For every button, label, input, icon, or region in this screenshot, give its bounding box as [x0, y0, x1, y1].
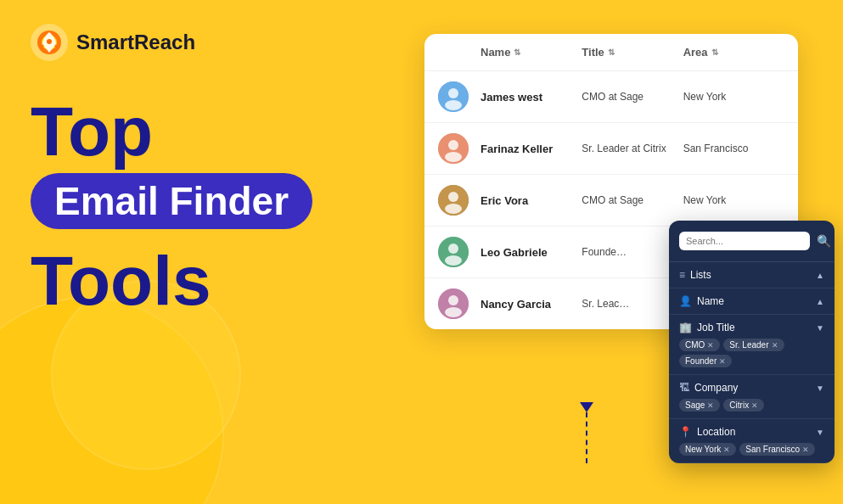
tag-citrix[interactable]: Citrix ✕ [723, 399, 764, 412]
row-area: New York [683, 91, 784, 103]
left-panel: SmartReach Top Email Finder Tools [0, 0, 407, 504]
row-title: CMO at Sage [582, 194, 683, 206]
hero-line3: Tools [31, 246, 377, 316]
brand: SmartReach [31, 24, 377, 61]
brand-logo [31, 24, 68, 61]
company-icon: 🏗 [679, 382, 689, 394]
filter-section-header-company[interactable]: 🏗 Company ▼ [679, 382, 824, 394]
tag-sr-leader[interactable]: Sr. Leader ✕ [723, 339, 784, 351]
row-name: James west [481, 91, 582, 104]
filter-section-name[interactable]: 👤 Name ▲ [669, 288, 835, 315]
row-area: New York [683, 194, 784, 206]
row-title: Founde… [582, 246, 683, 258]
filter-arrow-job-title: ▼ [816, 323, 824, 333]
sort-icon-name: ⇅ [514, 48, 520, 57]
filter-tags-job-title: CMO ✕ Sr. Leader ✕ Founder ✕ [679, 339, 824, 367]
filter-tags-location: New York ✕ San Francisco ✕ [679, 443, 824, 456]
col-header-avatar [438, 46, 481, 59]
avatar [438, 288, 469, 319]
svg-point-12 [445, 204, 462, 214]
avatar [438, 133, 469, 164]
table-row[interactable]: James west CMO at Sage New York [424, 71, 798, 123]
filter-section-header-job-title[interactable]: 🏢 Job Title ▼ [679, 322, 824, 333]
filter-section-job-title[interactable]: 🏢 Job Title ▼ CMO ✕ Sr. Leader ✕ Founder… [669, 315, 835, 375]
svg-point-17 [448, 295, 458, 305]
sort-icon-area: ⇅ [711, 48, 718, 57]
building-icon: 🏢 [679, 322, 692, 333]
filter-arrow-lists: ▲ [816, 271, 824, 280]
filter-section-title-job-title: 🏢 Job Title [679, 322, 735, 333]
tag-remove-citrix[interactable]: ✕ [751, 401, 758, 410]
tag-remove-new-york[interactable]: ✕ [723, 445, 730, 454]
filter-section-location[interactable]: 📍 Location ▼ New York ✕ San Francisco ✕ [669, 419, 835, 463]
hero-line1: Top [31, 97, 377, 166]
location-icon: 📍 [679, 426, 692, 438]
tag-new-york[interactable]: New York ✕ [679, 443, 736, 456]
col-header-title: Title ⇅ [582, 46, 683, 59]
filter-section-title-company: 🏗 Company [679, 382, 738, 394]
table-row[interactable]: Eric Vora CMO at Sage New York [424, 175, 798, 227]
avatar [438, 185, 469, 216]
row-name: Eric Vora [481, 194, 582, 207]
avatar [438, 81, 469, 112]
filter-section-header-lists[interactable]: ≡ Lists ▲ [679, 269, 824, 281]
filter-section-header-location[interactable]: 📍 Location ▼ [679, 426, 824, 438]
svg-point-3 [47, 39, 52, 44]
hero-line2: Email Finder [54, 179, 289, 223]
col-header-area: Area ⇅ [683, 46, 784, 59]
row-title: CMO at Sage [582, 91, 683, 103]
filter-tags-company: Sage ✕ Citrix ✕ [679, 399, 824, 412]
svg-point-5 [448, 88, 458, 98]
tag-remove-cmo[interactable]: ✕ [707, 341, 714, 350]
filter-arrow-name: ▲ [816, 297, 824, 306]
col-header-name: Name ⇅ [481, 46, 582, 59]
person-icon: 👤 [679, 295, 692, 307]
row-name: Nancy Garcia [481, 298, 582, 311]
table-header: Name ⇅ Title ⇅ Area ⇅ [424, 34, 798, 71]
lists-icon: ≡ [679, 269, 685, 281]
row-name: Farinaz Keller [481, 143, 582, 155]
dashed-arrow [577, 404, 593, 463]
row-title: Sr. Leac… [582, 298, 683, 310]
search-input[interactable] [679, 232, 810, 250]
filter-section-title-name: 👤 Name [679, 295, 724, 307]
filter-section-title-lists: ≡ Lists [679, 269, 711, 281]
table-row[interactable]: Farinaz Keller Sr. Leader at Citrix San … [424, 123, 798, 175]
svg-point-15 [445, 255, 462, 266]
filter-section-company[interactable]: 🏗 Company ▼ Sage ✕ Citrix ✕ [669, 375, 835, 419]
row-area: San Francisco [683, 143, 784, 154]
filter-panel: 🔍 ▦ ≡ Lists ▲ 👤 Name ▲ [669, 221, 835, 463]
dashed-line [586, 412, 593, 463]
tag-cmo[interactable]: CMO ✕ [679, 339, 720, 351]
tag-sage[interactable]: Sage ✕ [679, 399, 720, 412]
filter-section-header-name[interactable]: 👤 Name ▲ [679, 295, 824, 307]
hero-badge: Email Finder [31, 173, 312, 229]
row-title: Sr. Leader at Citrix [582, 143, 683, 154]
search-row: 🔍 ▦ [669, 221, 835, 262]
svg-point-18 [445, 307, 462, 317]
row-name: Leo Gabriele [481, 246, 582, 259]
svg-point-9 [445, 152, 462, 162]
tag-remove-sr-leader[interactable]: ✕ [772, 341, 778, 350]
brand-name: SmartReach [76, 31, 195, 54]
tag-remove-founder[interactable]: ✕ [719, 357, 726, 366]
tag-remove-san-francisco[interactable]: ✕ [802, 445, 809, 454]
svg-point-14 [448, 244, 458, 254]
right-panel: Name ⇅ Title ⇅ Area ⇅ James west CMO at … [407, 0, 843, 504]
filter-arrow-location: ▼ [816, 428, 824, 437]
filter-arrow-company: ▼ [816, 384, 824, 393]
svg-point-8 [448, 140, 458, 150]
sort-icon-title: ⇅ [608, 48, 615, 57]
tag-san-francisco[interactable]: San Francisco ✕ [739, 443, 815, 456]
svg-point-11 [448, 192, 458, 202]
hero-text: Top Email Finder Tools [31, 97, 377, 316]
filter-section-lists[interactable]: ≡ Lists ▲ [669, 262, 835, 288]
tag-remove-sage[interactable]: ✕ [707, 401, 714, 410]
search-icon: 🔍 [817, 234, 831, 248]
svg-point-6 [445, 100, 462, 110]
tag-founder[interactable]: Founder ✕ [679, 355, 732, 367]
avatar [438, 237, 469, 267]
filter-section-title-location: 📍 Location [679, 426, 735, 438]
arrow-head [580, 402, 593, 412]
